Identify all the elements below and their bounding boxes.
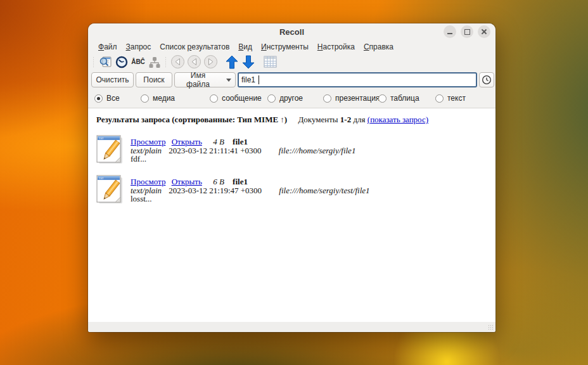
prev-page-button[interactable] xyxy=(186,54,202,70)
snippet: losst... xyxy=(131,195,370,203)
status-bar xyxy=(88,322,495,332)
menu-tools[interactable]: Инструменты xyxy=(257,42,313,52)
clock-tool-button[interactable] xyxy=(113,54,130,70)
radio-icon xyxy=(323,94,331,103)
file-url: file:///home/sergiy/test/file1 xyxy=(279,186,369,195)
menubar: Файл Запрос Список результатов Вид Инстр… xyxy=(88,41,495,53)
radio-icon xyxy=(210,94,218,103)
close-button[interactable] xyxy=(478,25,490,38)
text-document-icon: TXT xyxy=(96,175,124,205)
file-name: file1 xyxy=(233,177,248,186)
svg-text:TXT: TXT xyxy=(99,177,104,180)
next-page-button[interactable] xyxy=(202,54,219,70)
close-icon xyxy=(481,29,487,35)
search-button[interactable]: Поиск xyxy=(136,72,172,87)
text-caret xyxy=(259,75,259,84)
sort-dates-asc-button[interactable] xyxy=(224,54,240,70)
desktop-wallpaper: Recoll Файл Запрос Список результатов Ви… xyxy=(0,0,588,365)
search-input[interactable] xyxy=(238,72,477,87)
history-button[interactable] xyxy=(479,72,494,87)
radio-icon xyxy=(378,94,387,103)
sort-dates-desc-button[interactable] xyxy=(240,54,257,70)
minimize-icon xyxy=(447,33,452,34)
next-page-icon xyxy=(203,54,218,69)
minimize-button[interactable] xyxy=(444,25,456,38)
show-query-link[interactable]: (показать запрос) xyxy=(368,115,428,124)
filter-media[interactable]: медиа xyxy=(141,94,175,103)
recoll-window: Recoll Файл Запрос Список результатов Ви… xyxy=(88,23,495,332)
prev-page-icon xyxy=(187,54,201,69)
menu-view[interactable]: Вид xyxy=(234,42,257,52)
toolbar-drag-handle[interactable] xyxy=(93,56,95,68)
toolbar: ÅBĈ xyxy=(88,53,495,71)
file-name: file1 xyxy=(233,137,248,146)
menu-query[interactable]: Запрос xyxy=(122,42,156,52)
documents-label: Документы xyxy=(298,115,338,124)
search-input-wrap xyxy=(238,72,477,87)
tree-icon xyxy=(148,56,161,68)
file-date: 2023-03-12 21:11:41 +0300 xyxy=(169,146,261,155)
file-size: 4 B xyxy=(213,137,224,146)
history-clock-icon xyxy=(482,75,492,85)
clock-dial-icon xyxy=(115,56,128,68)
result-row: TXT Просмотр Открыть 6 B file1 xyxy=(96,175,489,205)
result-body: Просмотр Открыть 4 B file1 text/plain 20… xyxy=(131,135,355,165)
svg-text:TXT: TXT xyxy=(99,137,104,140)
results-sorted-label: Результаты запроса (сортированные: Тип M… xyxy=(96,115,287,124)
file-url: file:///home/sergiy/file1 xyxy=(279,146,356,155)
radio-icon xyxy=(141,94,149,103)
file-date: 2023-03-12 21:19:47 +0300 xyxy=(169,186,262,195)
maximize-button[interactable] xyxy=(461,25,473,38)
window-title: Recoll xyxy=(88,27,495,37)
result-row: TXT Просмотр Открыть 4 B file1 xyxy=(96,135,489,165)
sort-dates-asc-icon xyxy=(225,55,239,69)
text-document-icon: TXT xyxy=(96,135,124,165)
term-explorer-button[interactable]: ÅBĈ xyxy=(130,54,146,70)
table-view-icon xyxy=(264,56,277,68)
open-link[interactable]: Открыть xyxy=(172,137,202,146)
menu-file[interactable]: Файл xyxy=(94,42,122,52)
resize-grip[interactable] xyxy=(488,324,494,330)
file-size: 6 B xyxy=(213,177,224,186)
query-detail-button[interactable] xyxy=(97,54,113,70)
toolbar-drag-handle[interactable] xyxy=(165,56,167,68)
filter-message[interactable]: сообщение xyxy=(210,94,262,103)
menu-preferences[interactable]: Настройка xyxy=(313,42,359,52)
term-explorer-abc-icon: ÅBĈ xyxy=(131,58,145,65)
table-view-button[interactable] xyxy=(262,54,278,70)
open-link[interactable]: Открыть xyxy=(172,177,202,186)
search-type-dropdown[interactable]: Имя файла xyxy=(174,72,236,87)
window-controls xyxy=(444,25,490,38)
clear-button[interactable]: Очистить xyxy=(91,72,134,87)
search-type-value: Имя файла xyxy=(179,71,217,89)
first-page-icon xyxy=(170,54,185,69)
filter-presentation[interactable]: презентация xyxy=(323,94,380,103)
menu-help[interactable]: Справка xyxy=(359,42,398,52)
sort-dates-desc-icon xyxy=(241,55,255,69)
filter-other[interactable]: другое xyxy=(267,94,303,103)
filter-all[interactable]: Все xyxy=(94,94,120,103)
result-body: Просмотр Открыть 6 B file1 text/plain 20… xyxy=(131,175,370,205)
snippet: fdf... xyxy=(131,155,355,163)
radio-icon xyxy=(267,94,276,103)
search-row: Очистить Поиск Имя файла xyxy=(88,71,495,90)
for-label: для xyxy=(353,115,365,124)
document-magnifier-icon xyxy=(99,55,112,68)
documents-range: 1-2 xyxy=(340,115,351,124)
sort-params-button[interactable] xyxy=(146,54,163,70)
radio-icon xyxy=(435,94,444,103)
first-page-button[interactable] xyxy=(169,54,186,70)
maximize-icon xyxy=(464,29,470,35)
filter-row: Все медиа сообщение другое презентация т… xyxy=(88,90,495,108)
chevron-down-icon xyxy=(226,79,231,82)
titlebar[interactable]: Recoll xyxy=(88,23,495,41)
radio-icon xyxy=(94,94,103,103)
results-header: Результаты запроса (сортированные: Тип M… xyxy=(96,115,489,125)
filter-spreadsheet[interactable]: таблица xyxy=(378,94,419,103)
results-area: Результаты запроса (сортированные: Тип M… xyxy=(88,108,495,322)
filter-text[interactable]: текст xyxy=(435,94,466,103)
menu-result-list[interactable]: Список результатов xyxy=(155,42,234,52)
